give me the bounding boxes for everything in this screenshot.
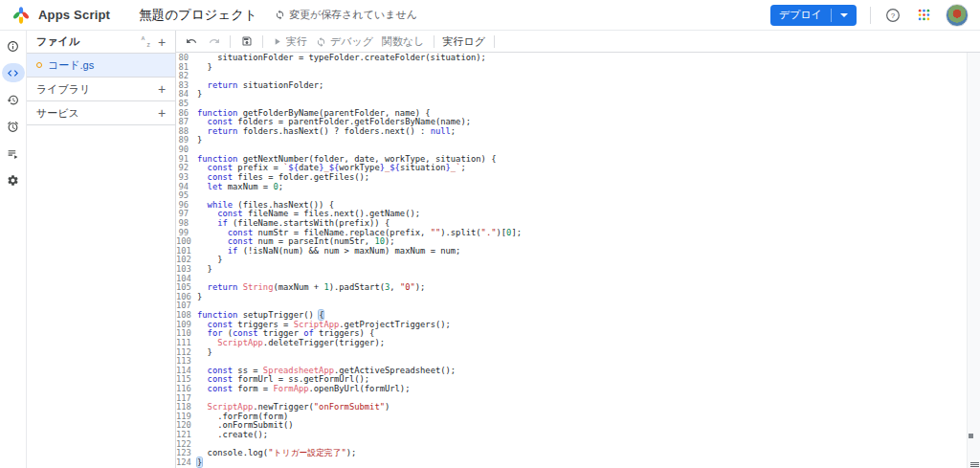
libraries-label: ライブラリ	[36, 82, 154, 97]
code-line[interactable]: 93 const files = folder.getFiles();	[176, 173, 980, 183]
add-library-button[interactable]: +	[154, 81, 169, 97]
rail-item-editor[interactable]	[2, 63, 25, 82]
undo-button[interactable]	[184, 34, 198, 49]
top-bar: Apps Script 無題のプロジェクト 変更が保存されていません デプロイ …	[0, 0, 980, 31]
save-status: 変更が保存されていません	[275, 8, 417, 22]
function-selector[interactable]: 関数なし	[382, 34, 425, 49]
line-text: situationFolder = typeFolder.createFolde…	[197, 54, 486, 63]
help-button[interactable]: ?	[884, 7, 902, 24]
code-line[interactable]: 102 }	[176, 256, 980, 265]
code-line[interactable]: 101 if (!isNaN(num) && num > maxNum) max…	[176, 247, 980, 256]
code-line[interactable]: 119 .forForm(form)	[176, 412, 980, 422]
code-line[interactable]: 84}	[176, 90, 980, 100]
sort-files-button[interactable]: A Z	[140, 34, 154, 49]
code-line[interactable]: 105 return String(maxNum + 1).padStart(3…	[176, 283, 980, 293]
apps-script-logo-icon	[11, 6, 31, 25]
rail-item-executions[interactable]	[2, 144, 25, 163]
save-status-text: 変更が保存されていません	[289, 8, 417, 22]
code-line[interactable]: 121 .create();	[176, 431, 980, 440]
sort-az-icon: A Z	[141, 35, 153, 48]
line-text: ScriptApp.deleteTrigger(trigger);	[197, 339, 385, 348]
libraries-section: ライブラリ +	[27, 78, 175, 101]
line-text: }	[197, 293, 202, 302]
redo-button[interactable]	[207, 34, 221, 49]
services-label: サービス	[36, 106, 154, 121]
files-panel: ファイル A Z + コード.gs ライブラリ + サービス +	[27, 31, 176, 468]
add-file-button[interactable]: +	[154, 34, 169, 50]
debug-button[interactable]: デバッグ	[316, 34, 373, 49]
line-text: const form = FormApp.openByUrl(formUrl);	[197, 385, 410, 394]
code-lines: 80 situationFolder = typeFolder.createFo…	[176, 54, 980, 467]
files-panel-header: ファイル A Z +	[27, 31, 175, 54]
save-icon	[241, 35, 253, 47]
help-icon: ?	[885, 8, 901, 23]
file-item-code-gs[interactable]: コード.gs	[27, 54, 175, 77]
line-text: .create();	[197, 431, 268, 440]
line-text: }	[197, 90, 202, 100]
line-text: }	[197, 348, 212, 358]
alarm-clock-icon	[7, 121, 19, 133]
info-icon	[7, 40, 19, 53]
line-text: if (!isNaN(num) && num > maxNum) maxNum …	[197, 247, 460, 256]
file-name: コード.gs	[48, 58, 94, 73]
code-line[interactable]: 116 const form = FormApp.openByUrl(formU…	[176, 385, 980, 394]
divider	[494, 35, 495, 48]
code-line[interactable]: 112 }	[176, 348, 980, 358]
line-number: 124	[176, 458, 197, 468]
executions-list-icon	[7, 147, 19, 160]
editor-scrollbar[interactable]	[967, 53, 980, 468]
debug-icon	[316, 36, 326, 47]
deploy-button[interactable]: デプロイ	[770, 5, 857, 26]
svg-text:A: A	[142, 35, 145, 41]
overview-ruler-mark	[969, 434, 973, 438]
line-text: }	[197, 63, 212, 73]
rail-item-settings[interactable]	[2, 170, 25, 189]
code-line[interactable]: 106}	[176, 293, 980, 302]
code-line[interactable]: 118 ScriptApp.newTrigger("onFormSubmit")	[176, 403, 980, 412]
editor-pane: 実行 デバッグ 関数なし 実行ログ 80 situationFolder = t…	[176, 31, 980, 468]
svg-text:?: ?	[891, 11, 896, 20]
line-text: let maxNum = 0;	[197, 183, 283, 192]
chevron-down-icon[interactable]	[840, 13, 848, 17]
divider	[230, 35, 231, 48]
code-line[interactable]: 83 return situationFolder;	[176, 81, 980, 91]
add-service-button[interactable]: +	[154, 105, 169, 121]
left-rail	[0, 31, 27, 468]
code-line[interactable]: 123 console.log("トリガー設定完了");	[176, 449, 980, 458]
rail-item-project-history[interactable]	[2, 90, 25, 109]
code-line[interactable]: 94 let maxNum = 0;	[176, 183, 980, 192]
line-text: return String(maxNum + 1).padStart(3, "0…	[197, 283, 425, 293]
gear-icon	[7, 174, 19, 187]
project-title[interactable]: 無題のプロジェクト	[139, 7, 257, 24]
line-text: return situationFolder;	[197, 81, 323, 91]
sync-icon	[275, 10, 285, 20]
code-editor[interactable]: 80 situationFolder = typeFolder.createFo…	[176, 53, 980, 468]
save-project-button[interactable]	[239, 34, 254, 49]
avatar[interactable]	[946, 4, 969, 27]
line-text: console.log("トリガー設定完了");	[197, 449, 356, 458]
undo-icon	[186, 35, 197, 47]
play-icon	[272, 36, 282, 47]
line-text: return folders.hasNext() ? folders.next(…	[197, 127, 456, 137]
code-line[interactable]: 80 situationFolder = typeFolder.createFo…	[176, 54, 980, 63]
code-line[interactable]: 103 }	[176, 265, 980, 275]
files-header-label: ファイル	[36, 34, 79, 49]
code-icon	[7, 67, 19, 79]
code-line[interactable]: 124}	[176, 458, 980, 468]
line-text: }	[197, 265, 212, 275]
code-line[interactable]: 89}	[176, 136, 980, 145]
run-button[interactable]: 実行	[272, 34, 307, 49]
line-text: }	[197, 136, 202, 145]
code-line[interactable]: 81 }	[176, 63, 980, 73]
rail-item-overview[interactable]	[2, 36, 25, 56]
code-line[interactable]: 111 ScriptApp.deleteTrigger(trigger);	[176, 339, 980, 348]
code-line[interactable]: 88 return folders.hasNext() ? folders.ne…	[176, 127, 980, 137]
google-apps-button[interactable]	[915, 7, 932, 24]
line-text: }	[197, 458, 202, 468]
apps-grid-icon	[917, 8, 931, 22]
rail-item-triggers[interactable]	[2, 117, 25, 136]
code-line[interactable]: 120 .onFormSubmit()	[176, 421, 980, 431]
execution-log-button[interactable]: 実行ログ	[443, 34, 486, 49]
divider	[434, 35, 434, 48]
divider	[262, 35, 263, 48]
